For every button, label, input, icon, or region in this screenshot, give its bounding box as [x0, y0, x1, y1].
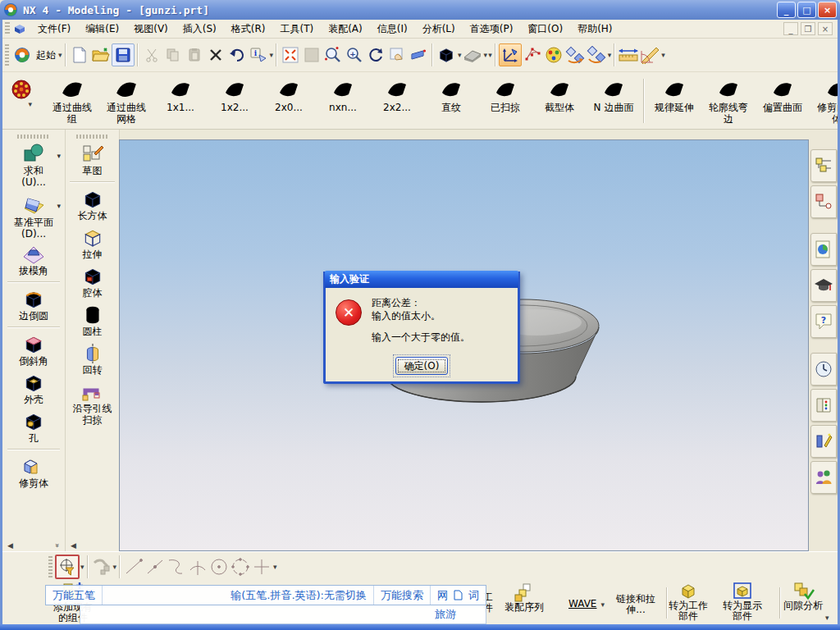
- surface-nxn-button[interactable]: nxn...: [316, 72, 370, 115]
- curve-dropdown-arrow[interactable]: ▾: [273, 563, 277, 571]
- open-file-button[interactable]: [90, 44, 112, 66]
- measure-distance-button[interactable]: [618, 44, 639, 66]
- zoom-box-button[interactable]: [301, 44, 322, 66]
- link-extrude-button[interactable]: 链接和拉 伸...: [616, 594, 655, 615]
- zoom-in-out-button[interactable]: +: [344, 44, 365, 66]
- pocket-button[interactable]: 腔体: [66, 262, 119, 301]
- surface-2x0-button[interactable]: 2x0...: [262, 72, 316, 115]
- wave-button[interactable]: WAVE ▾: [568, 599, 605, 609]
- ime-travel-link[interactable]: 旅游: [435, 607, 456, 622]
- part-navigator-tab[interactable]: [810, 185, 837, 218]
- point-set-button[interactable]: [522, 44, 543, 66]
- make-work-part-button[interactable]: 转为工作 部件: [669, 581, 708, 622]
- point-tool-button[interactable]: [251, 556, 272, 578]
- draft-angle-button[interactable]: 拔模角: [2, 242, 65, 279]
- line-tool-button[interactable]: [123, 556, 144, 578]
- silhouette-flange-button[interactable]: 轮廓线弯 边: [701, 72, 756, 126]
- filter-dropdown-arrow[interactable]: ▾: [80, 563, 84, 571]
- wcs-dynamics-button[interactable]: [499, 43, 522, 66]
- restore-button[interactable]: □: [797, 2, 816, 18]
- info-dropdown-arrow[interactable]: ▾: [270, 51, 274, 59]
- menu-item-edit[interactable]: 编辑(E): [78, 20, 126, 39]
- unite-dropdown-arrow[interactable]: ▾: [57, 152, 61, 160]
- toolbar-grip[interactable]: [48, 556, 52, 578]
- revolve-button[interactable]: 回转: [66, 340, 119, 378]
- delete-button[interactable]: [205, 44, 226, 66]
- unite-button[interactable]: 求和 (U)... ▾: [2, 140, 65, 190]
- menu-item-analysis[interactable]: 分析(L): [415, 20, 463, 39]
- view-toolbar-overflow[interactable]: ▾: [488, 51, 492, 59]
- pan-button[interactable]: [386, 44, 408, 66]
- toolbar-grip[interactable]: [17, 135, 50, 139]
- information-dialog-button[interactable]: i: [248, 44, 269, 66]
- surface-1x1-button[interactable]: 1x1...: [153, 72, 208, 115]
- shell-button[interactable]: 外壳: [2, 369, 65, 408]
- ime-doc-icon[interactable]: [454, 590, 463, 600]
- circle-tool-button[interactable]: [230, 556, 251, 578]
- palettes-tab[interactable]: [810, 389, 837, 422]
- cut-button[interactable]: [141, 44, 162, 66]
- menu-item-window[interactable]: 窗口(O): [520, 20, 570, 39]
- measure-angle-button[interactable]: [639, 44, 660, 66]
- start-dropdown-arrow[interactable]: ▾: [58, 51, 62, 59]
- surface-1x2-button[interactable]: 1x2...: [208, 72, 262, 115]
- minimize-button[interactable]: _: [777, 2, 796, 18]
- ime-word-button[interactable]: 词: [468, 588, 479, 603]
- chamfer-button[interactable]: 倒斜角: [2, 331, 65, 369]
- assembly-sequence-button[interactable]: 装配序列: [504, 582, 544, 613]
- menu-item-preferences[interactable]: 首选项(P): [463, 20, 521, 39]
- view-orient-dropdown-arrow[interactable]: ▾: [484, 51, 488, 59]
- new-file-button[interactable]: [69, 44, 90, 66]
- surface-palette-dropdown[interactable]: ▾: [28, 100, 32, 108]
- toolbar-collapse-left[interactable]: ◀: [71, 541, 76, 550]
- menu-item-insert[interactable]: 插入(S): [176, 20, 224, 39]
- arc-tool-button[interactable]: [187, 556, 208, 578]
- ime-mode-text[interactable]: 输(五笔.拼音.英语):无需切换: [224, 586, 374, 605]
- zoom-button[interactable]: [322, 44, 344, 66]
- sweep-along-guide-button[interactable]: 沿导引线 扫掠: [66, 378, 119, 428]
- toolbar-more-chevron[interactable]: »: [53, 543, 62, 548]
- copy-button[interactable]: [162, 44, 184, 66]
- transform-dropdown-arrow[interactable]: ▾: [608, 51, 612, 59]
- mdi-close-button[interactable]: ×: [818, 22, 833, 35]
- shaded-view-button[interactable]: [436, 44, 457, 66]
- trimmed-sheet-button[interactable]: 修剪的片 体: [810, 72, 840, 126]
- machining-wizard-tab[interactable]: [810, 425, 837, 458]
- toolbar-grip[interactable]: [5, 44, 9, 66]
- paste-button[interactable]: [184, 44, 205, 66]
- edge-blend-button[interactable]: 边倒圆: [2, 285, 65, 324]
- cylinder-button[interactable]: 圆柱: [66, 301, 119, 340]
- extrude-button[interactable]: 拉伸: [66, 224, 119, 262]
- snap-point-button[interactable]: [91, 556, 112, 578]
- fit-view-button[interactable]: [280, 44, 301, 66]
- sketch-button[interactable]: 草图: [66, 140, 119, 179]
- collaboration-tab[interactable]: [810, 461, 837, 494]
- n-sided-surface-button[interactable]: N 边曲面: [587, 72, 641, 115]
- wave-dropdown-arrow[interactable]: ▾: [600, 600, 605, 609]
- section-body-button[interactable]: 截型体: [532, 72, 587, 115]
- undo-button[interactable]: [226, 44, 248, 66]
- hole-button[interactable]: 孔: [2, 408, 65, 446]
- menu-item-assemblies[interactable]: 装配(A): [321, 20, 370, 39]
- close-button[interactable]: ×: [818, 2, 837, 18]
- toolbar-grip[interactable]: [76, 135, 109, 139]
- mdi-restore-button[interactable]: ❐: [801, 22, 815, 35]
- surface-2x2-button[interactable]: 2x2...: [370, 72, 424, 115]
- menu-item-information[interactable]: 信息(I): [370, 20, 415, 39]
- role-palette-button[interactable]: [543, 44, 564, 66]
- trim-body-button[interactable]: 修剪体: [2, 453, 65, 491]
- menu-item-view[interactable]: 视图(V): [126, 20, 176, 39]
- assembly-overflow-dropdown[interactable]: ▾: [825, 614, 829, 622]
- make-display-part-button[interactable]: 转为显示 部件: [723, 581, 762, 622]
- history-tab[interactable]: [810, 353, 837, 386]
- circle-center-tool-button[interactable]: [208, 556, 230, 578]
- dialog-title-bar[interactable]: 输入验证: [325, 271, 518, 288]
- toolbar-collapse-left[interactable]: ◀: [7, 541, 13, 550]
- education-tab[interactable]: [810, 269, 837, 302]
- ime-tab[interactable]: 万能五笔: [46, 586, 103, 605]
- ime-net-button[interactable]: 网: [437, 588, 448, 603]
- clearance-analysis-button[interactable]: 间隙分析: [783, 581, 823, 611]
- rotate-object-button[interactable]: [586, 44, 607, 66]
- spline-tool-button[interactable]: [166, 556, 187, 578]
- rotate-view-button[interactable]: [365, 44, 386, 66]
